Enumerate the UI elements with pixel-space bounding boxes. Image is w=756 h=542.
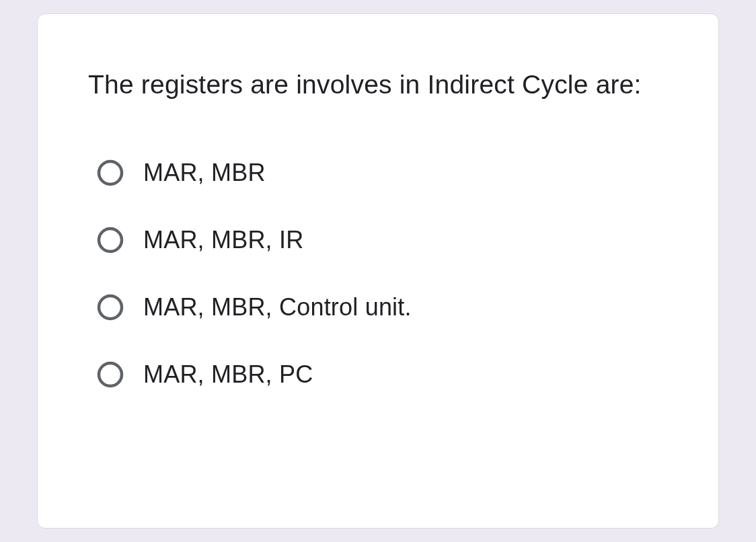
radio-unchecked-icon: [96, 159, 124, 187]
option-label: MAR, MBR, PC: [143, 360, 313, 389]
radio-unchecked-icon: [96, 360, 124, 389]
svg-point-0: [99, 161, 122, 184]
option-2[interactable]: MAR, MBR, Control unit.: [96, 293, 668, 321]
radio-unchecked-icon: [96, 293, 124, 321]
svg-point-2: [99, 296, 122, 319]
question-text: The registers are involves in Indirect C…: [88, 65, 668, 105]
option-1[interactable]: MAR, MBR, IR: [96, 226, 668, 254]
radio-unchecked-icon: [96, 226, 124, 254]
option-label: MAR, MBR: [143, 159, 266, 187]
svg-point-3: [99, 363, 122, 386]
option-label: MAR, MBR, IR: [143, 226, 303, 254]
question-card: The registers are involves in Indirect C…: [37, 13, 719, 529]
options-group: MAR, MBR MAR, MBR, IR MAR, MBR, Control …: [88, 159, 668, 389]
option-3[interactable]: MAR, MBR, PC: [96, 360, 668, 389]
svg-point-1: [99, 229, 122, 251]
option-label: MAR, MBR, Control unit.: [143, 293, 412, 321]
option-0[interactable]: MAR, MBR: [96, 159, 668, 187]
